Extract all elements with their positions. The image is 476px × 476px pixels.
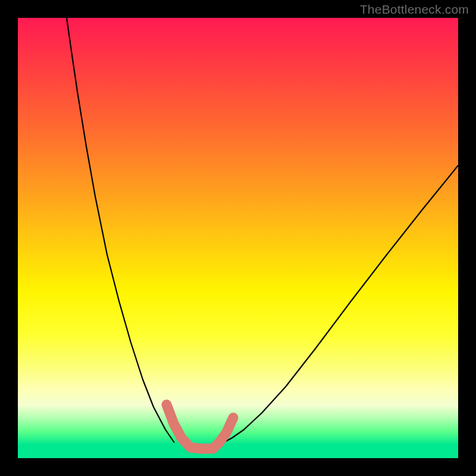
watermark-text: TheBottleneck.com: [360, 2, 469, 17]
plot-area: [18, 18, 458, 458]
series-valley-band: [167, 405, 233, 449]
chart-frame: TheBottleneck.com: [0, 0, 476, 476]
curve-layer: [18, 18, 458, 458]
series-right-curve: [223, 165, 458, 443]
series-left-curve: [67, 18, 174, 443]
